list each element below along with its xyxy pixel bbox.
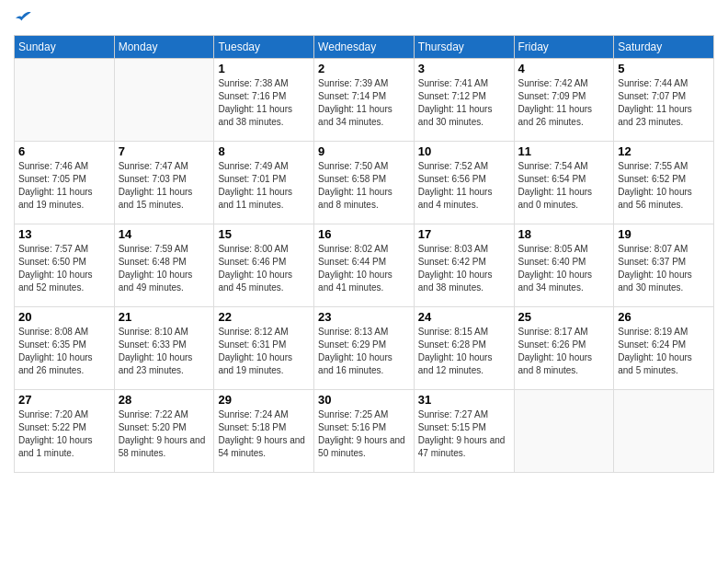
day-number: 18 bbox=[518, 227, 610, 241]
calendar-cell: 18Sunrise: 8:05 AM Sunset: 6:40 PM Dayli… bbox=[514, 224, 614, 307]
day-number: 25 bbox=[518, 310, 610, 324]
day-info: Sunrise: 8:19 AM Sunset: 6:24 PM Dayligh… bbox=[618, 326, 710, 377]
calendar-cell: 17Sunrise: 8:03 AM Sunset: 6:42 PM Dayli… bbox=[414, 224, 514, 307]
day-info: Sunrise: 8:12 AM Sunset: 6:31 PM Dayligh… bbox=[218, 326, 310, 377]
day-info: Sunrise: 8:00 AM Sunset: 6:46 PM Dayligh… bbox=[218, 243, 310, 294]
calendar-cell: 30Sunrise: 7:25 AM Sunset: 5:16 PM Dayli… bbox=[314, 390, 415, 473]
calendar-cell: 4Sunrise: 7:42 AM Sunset: 7:09 PM Daylig… bbox=[514, 59, 614, 142]
day-info: Sunrise: 7:49 AM Sunset: 7:01 PM Dayligh… bbox=[218, 160, 310, 212]
calendar-table: SundayMondayTuesdayWednesdayThursdayFrid… bbox=[14, 35, 714, 473]
day-info: Sunrise: 8:13 AM Sunset: 6:29 PM Dayligh… bbox=[318, 326, 410, 377]
day-number: 10 bbox=[418, 144, 510, 158]
weekday-header-thursday: Thursday bbox=[414, 36, 514, 59]
day-info: Sunrise: 7:39 AM Sunset: 7:14 PM Dayligh… bbox=[318, 77, 410, 129]
page-header bbox=[14, 9, 714, 28]
day-number: 31 bbox=[418, 393, 510, 407]
day-number: 28 bbox=[119, 393, 210, 407]
calendar-cell: 3Sunrise: 7:41 AM Sunset: 7:12 PM Daylig… bbox=[414, 59, 514, 142]
logo bbox=[14, 9, 34, 28]
day-info: Sunrise: 7:22 AM Sunset: 5:20 PM Dayligh… bbox=[119, 408, 210, 460]
day-info: Sunrise: 7:47 AM Sunset: 7:03 PM Dayligh… bbox=[119, 160, 210, 212]
calendar-cell bbox=[614, 390, 714, 473]
day-info: Sunrise: 7:59 AM Sunset: 6:48 PM Dayligh… bbox=[119, 243, 210, 294]
calendar-cell: 9Sunrise: 7:50 AM Sunset: 6:58 PM Daylig… bbox=[314, 142, 415, 224]
calendar-cell: 6Sunrise: 7:46 AM Sunset: 7:05 PM Daylig… bbox=[15, 142, 115, 224]
calendar-cell: 2Sunrise: 7:39 AM Sunset: 7:14 PM Daylig… bbox=[314, 59, 415, 142]
day-info: Sunrise: 7:41 AM Sunset: 7:12 PM Dayligh… bbox=[418, 77, 510, 129]
day-info: Sunrise: 7:42 AM Sunset: 7:09 PM Dayligh… bbox=[518, 77, 610, 129]
calendar-cell: 23Sunrise: 8:13 AM Sunset: 6:29 PM Dayli… bbox=[314, 307, 415, 390]
logo-bird-icon bbox=[16, 9, 34, 28]
day-number: 23 bbox=[318, 310, 410, 324]
weekday-header-wednesday: Wednesday bbox=[314, 36, 415, 59]
weekday-header-monday: Monday bbox=[114, 36, 214, 59]
day-number: 21 bbox=[119, 310, 210, 324]
day-number: 9 bbox=[318, 144, 410, 158]
calendar-cell: 13Sunrise: 7:57 AM Sunset: 6:50 PM Dayli… bbox=[15, 224, 115, 307]
day-info: Sunrise: 7:55 AM Sunset: 6:52 PM Dayligh… bbox=[618, 160, 710, 212]
day-number: 15 bbox=[218, 227, 310, 241]
calendar-cell: 19Sunrise: 8:07 AM Sunset: 6:37 PM Dayli… bbox=[614, 224, 714, 307]
day-info: Sunrise: 7:38 AM Sunset: 7:16 PM Dayligh… bbox=[218, 77, 310, 129]
weekday-header-friday: Friday bbox=[514, 36, 614, 59]
calendar-cell: 29Sunrise: 7:24 AM Sunset: 5:18 PM Dayli… bbox=[214, 390, 314, 473]
day-number: 13 bbox=[18, 227, 110, 241]
calendar-cell: 14Sunrise: 7:59 AM Sunset: 6:48 PM Dayli… bbox=[114, 224, 214, 307]
calendar-cell: 25Sunrise: 8:17 AM Sunset: 6:26 PM Dayli… bbox=[514, 307, 614, 390]
day-number: 8 bbox=[218, 144, 310, 158]
calendar-cell bbox=[114, 59, 214, 142]
calendar-cell: 28Sunrise: 7:22 AM Sunset: 5:20 PM Dayli… bbox=[114, 390, 214, 473]
calendar-cell: 10Sunrise: 7:52 AM Sunset: 6:56 PM Dayli… bbox=[414, 142, 514, 224]
day-number: 14 bbox=[119, 227, 210, 241]
day-info: Sunrise: 7:57 AM Sunset: 6:50 PM Dayligh… bbox=[18, 243, 110, 294]
weekday-header-tuesday: Tuesday bbox=[214, 36, 314, 59]
weekday-header-saturday: Saturday bbox=[614, 36, 714, 59]
day-number: 2 bbox=[318, 62, 410, 75]
day-info: Sunrise: 7:24 AM Sunset: 5:18 PM Dayligh… bbox=[218, 408, 310, 460]
calendar-cell: 20Sunrise: 8:08 AM Sunset: 6:35 PM Dayli… bbox=[15, 307, 115, 390]
calendar-cell: 24Sunrise: 8:15 AM Sunset: 6:28 PM Dayli… bbox=[414, 307, 514, 390]
day-info: Sunrise: 8:08 AM Sunset: 6:35 PM Dayligh… bbox=[18, 326, 110, 377]
calendar-cell: 1Sunrise: 7:38 AM Sunset: 7:16 PM Daylig… bbox=[214, 59, 314, 142]
day-info: Sunrise: 7:25 AM Sunset: 5:16 PM Dayligh… bbox=[318, 408, 410, 460]
day-number: 26 bbox=[618, 310, 710, 324]
day-info: Sunrise: 7:44 AM Sunset: 7:07 PM Dayligh… bbox=[618, 77, 710, 129]
calendar-cell: 7Sunrise: 7:47 AM Sunset: 7:03 PM Daylig… bbox=[114, 142, 214, 224]
day-info: Sunrise: 7:52 AM Sunset: 6:56 PM Dayligh… bbox=[418, 160, 510, 212]
day-number: 5 bbox=[618, 62, 710, 75]
weekday-header-sunday: Sunday bbox=[15, 36, 115, 59]
calendar-cell: 15Sunrise: 8:00 AM Sunset: 6:46 PM Dayli… bbox=[214, 224, 314, 307]
day-info: Sunrise: 8:07 AM Sunset: 6:37 PM Dayligh… bbox=[618, 243, 710, 294]
day-info: Sunrise: 8:03 AM Sunset: 6:42 PM Dayligh… bbox=[418, 243, 510, 294]
day-info: Sunrise: 7:46 AM Sunset: 7:05 PM Dayligh… bbox=[18, 160, 110, 212]
day-number: 4 bbox=[518, 62, 610, 75]
calendar-cell: 11Sunrise: 7:54 AM Sunset: 6:54 PM Dayli… bbox=[514, 142, 614, 224]
day-number: 29 bbox=[218, 393, 310, 407]
day-info: Sunrise: 8:17 AM Sunset: 6:26 PM Dayligh… bbox=[518, 326, 610, 377]
day-info: Sunrise: 7:50 AM Sunset: 6:58 PM Dayligh… bbox=[318, 160, 410, 212]
day-number: 6 bbox=[18, 144, 110, 158]
day-number: 7 bbox=[119, 144, 210, 158]
calendar-cell bbox=[514, 390, 614, 473]
day-info: Sunrise: 8:02 AM Sunset: 6:44 PM Dayligh… bbox=[318, 243, 410, 294]
calendar-cell: 12Sunrise: 7:55 AM Sunset: 6:52 PM Dayli… bbox=[614, 142, 714, 224]
day-info: Sunrise: 7:20 AM Sunset: 5:22 PM Dayligh… bbox=[18, 408, 110, 460]
day-number: 20 bbox=[18, 310, 110, 324]
day-info: Sunrise: 7:54 AM Sunset: 6:54 PM Dayligh… bbox=[518, 160, 610, 212]
day-number: 19 bbox=[618, 227, 710, 241]
calendar-cell: 26Sunrise: 8:19 AM Sunset: 6:24 PM Dayli… bbox=[614, 307, 714, 390]
calendar-cell: 16Sunrise: 8:02 AM Sunset: 6:44 PM Dayli… bbox=[314, 224, 415, 307]
day-number: 27 bbox=[18, 393, 110, 407]
day-number: 17 bbox=[418, 227, 510, 241]
day-number: 3 bbox=[418, 62, 510, 75]
calendar-cell: 5Sunrise: 7:44 AM Sunset: 7:07 PM Daylig… bbox=[614, 59, 714, 142]
calendar-cell: 27Sunrise: 7:20 AM Sunset: 5:22 PM Dayli… bbox=[15, 390, 115, 473]
day-info: Sunrise: 8:15 AM Sunset: 6:28 PM Dayligh… bbox=[418, 326, 510, 377]
calendar-cell: 22Sunrise: 8:12 AM Sunset: 6:31 PM Dayli… bbox=[214, 307, 314, 390]
calendar-cell bbox=[15, 59, 115, 142]
day-number: 22 bbox=[218, 310, 310, 324]
day-info: Sunrise: 8:05 AM Sunset: 6:40 PM Dayligh… bbox=[518, 243, 610, 294]
day-number: 16 bbox=[318, 227, 410, 241]
day-info: Sunrise: 7:27 AM Sunset: 5:15 PM Dayligh… bbox=[418, 408, 510, 460]
calendar-cell: 8Sunrise: 7:49 AM Sunset: 7:01 PM Daylig… bbox=[214, 142, 314, 224]
